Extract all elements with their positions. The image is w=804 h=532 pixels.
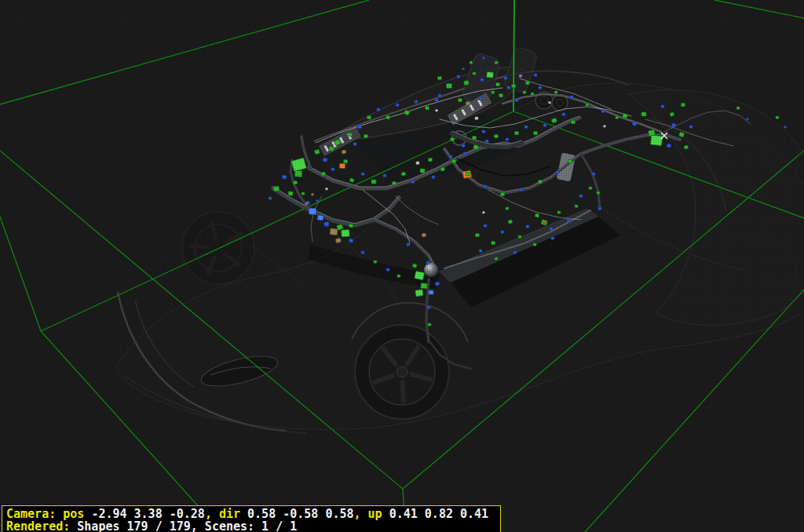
connector-g [492,91,495,94]
connector-clip-blue [462,151,466,155]
connector-clip-blue [484,185,487,188]
front-right-wheel [182,212,254,284]
connector-g [736,107,740,110]
connector-clip-blue [377,108,380,111]
connector-clip-blue [479,97,483,100]
connector-clip-blue [592,173,595,176]
connector-g [364,134,367,138]
grid-line [513,0,514,111]
connector-clip-blue [526,225,529,228]
grid-line [0,0,369,104]
connector-g [589,187,592,190]
connector-g [371,180,376,184]
connector-g [533,131,537,134]
harness-ball-joint [424,263,438,277]
connector-clip-blue [386,268,389,271]
connector-g [466,172,470,176]
connector-g [428,158,432,162]
connector-g [401,172,406,176]
connector-clip-blue [415,100,418,104]
connector-clip-blue [746,118,748,120]
connector-clip-blue [501,231,505,234]
connector-G [415,290,423,297]
connector-g [294,170,302,177]
status-overlay: Camera: pos -2.94 3.38 -0.28, dir 0.58 -… [2,505,501,532]
connector-clip-blue [353,143,357,146]
connector-clip-blue [667,144,671,148]
connector-g [273,186,280,191]
connector-g [681,103,685,107]
connector-g [473,72,476,75]
connector-g [491,241,495,245]
connector-w [603,125,606,127]
connector-g [568,159,572,163]
connector-clip-blue [323,158,327,162]
connector-t [311,193,314,195]
render-viewport[interactable]: Camera: pos -2.94 3.38 -0.28, dir 0.58 -… [0,0,804,532]
connector-g [506,207,510,210]
camera-status-line: Camera: pos -2.94 3.38 -0.28, dir 0.58 -… [6,508,496,520]
connector-G [651,135,663,145]
connector-p [519,75,522,78]
connector-g [472,136,476,139]
connector-t [342,150,346,154]
connector-g [459,99,462,102]
connector-g [679,132,685,137]
connector-clip-blue [482,130,486,133]
connector-g [302,192,305,195]
connector-w [475,117,478,120]
connector-g [525,81,529,85]
connector-clip-blue [324,222,329,227]
connector-clip-blue [383,174,386,177]
connector-g [623,114,628,118]
connector-g [397,274,400,277]
connector-g [495,61,498,64]
connector-g [451,159,455,162]
connector-G [291,158,306,171]
connector-g [511,84,516,88]
connector-clip-blue [515,99,519,102]
connector-clip-blue [538,86,542,89]
connector-clip-blue [482,56,484,59]
connector-clip-blue [504,77,508,80]
connector-g [670,112,674,116]
connector-w [325,188,327,190]
grid-line [714,0,804,18]
connector-g [615,115,619,118]
connector-w [482,211,485,213]
connector-clip-blue [282,175,287,180]
connector-g [538,180,543,184]
connector-g [349,224,353,228]
connector-clip-blue [484,224,487,228]
connector-o [339,163,345,168]
connector-g [648,129,655,136]
status-segment: , up [354,507,389,521]
connector-clip-blue [317,215,323,220]
connector-g [586,104,589,107]
connector-g [349,178,354,183]
connector-clip-blue [331,168,334,171]
connector-g [535,213,539,217]
connector-g [575,205,578,208]
connector-g [514,131,518,134]
connector-clip-blue [632,122,637,126]
connector-clip-blue [411,180,415,184]
connector-g [386,115,390,119]
connector-t [330,228,338,235]
connector-g [374,261,377,264]
connector-g [494,134,498,138]
scene-3d-canvas[interactable] [0,0,804,532]
connector-g [293,180,298,184]
connector-clip-blue [427,306,430,309]
connector-g [464,81,470,86]
render-status-line: Rendered: Shapes 179 / 179, Scenes: 1 / … [6,520,496,532]
connector-g [288,191,293,196]
connector-clip-blue [506,138,510,141]
connector-clip-blue [479,250,483,253]
connector-clip-blue [550,228,554,231]
connector-g [447,84,452,89]
status-segment: Rendered: [6,519,77,532]
connector-clip-blue [551,237,554,240]
connector-clip-blue [435,99,438,102]
connector-g [495,257,499,261]
